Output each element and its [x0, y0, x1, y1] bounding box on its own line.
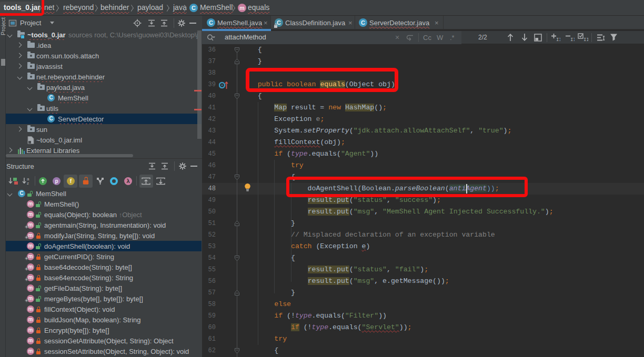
svg-text:II: II [583, 37, 588, 42]
svg-text:II: II [570, 37, 575, 42]
svg-text:z: z [27, 181, 29, 185]
svg-text:II: II [556, 37, 560, 42]
